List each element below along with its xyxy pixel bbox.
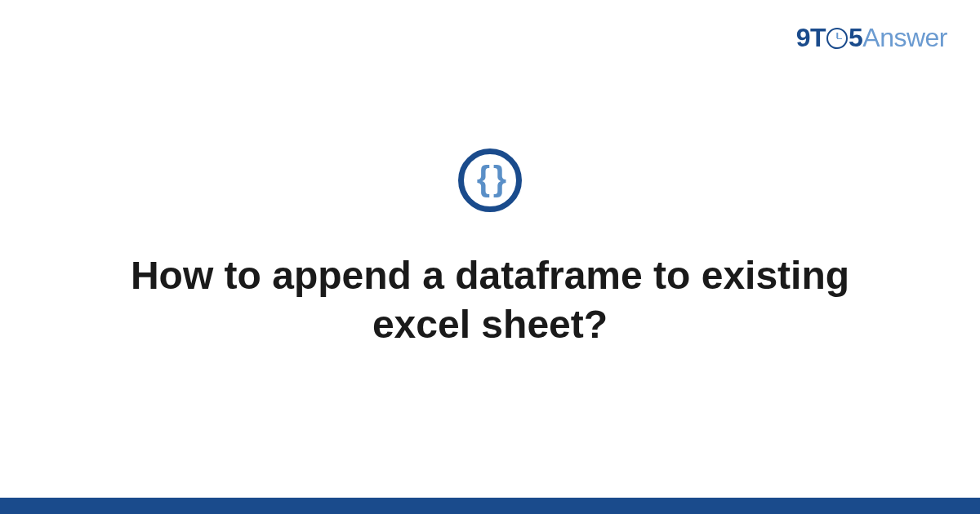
category-icon-circle: { } — [458, 148, 522, 212]
footer-bar — [0, 498, 980, 514]
question-title: How to append a dataframe to existing ex… — [122, 251, 858, 349]
main-content: { } How to append a dataframe to existin… — [0, 0, 980, 498]
code-braces-icon: { } — [477, 162, 503, 196]
